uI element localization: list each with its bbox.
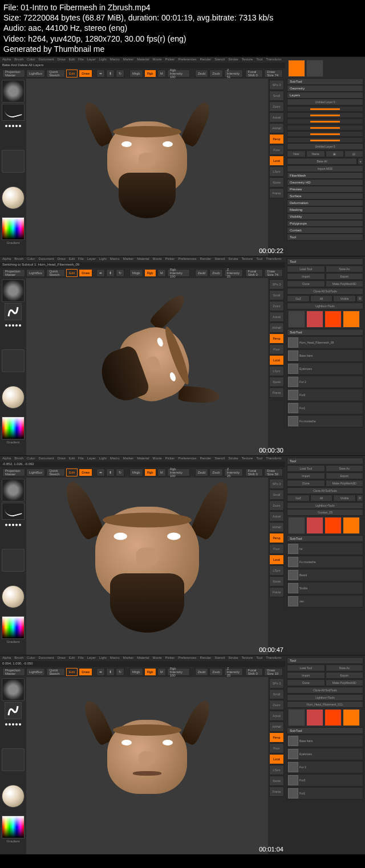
menu-item[interactable]: Color	[27, 58, 35, 62]
subtool-item[interactable]: Fur1	[287, 402, 363, 414]
tool-thumb[interactable]	[306, 60, 323, 77]
menu-item[interactable]: Preferences	[178, 656, 196, 661]
alpha-preview[interactable]	[2, 748, 25, 771]
stroke-dots-icon[interactable]	[2, 321, 25, 330]
viewport-tool-button[interactable]: Zoom	[269, 500, 284, 511]
menu-item[interactable]: Document	[38, 58, 54, 62]
menu-item[interactable]: Edit	[69, 656, 75, 661]
lightbox-button[interactable]: LightBox	[26, 70, 45, 78]
menu-item[interactable]: Picker	[165, 257, 175, 262]
m-button[interactable]: M	[157, 668, 166, 676]
menu-item[interactable]: Render	[200, 457, 212, 461]
viewport-tool-button[interactable]: Local	[269, 754, 284, 764]
brush-preview[interactable]	[2, 678, 25, 701]
z-intensity[interactable]: Z Intensity 25	[224, 269, 243, 277]
viewport-tool-button[interactable]: Frame	[269, 787, 284, 797]
zadd-button[interactable]: Zadd	[195, 70, 209, 78]
name-button[interactable]: Name	[306, 150, 325, 157]
menu-item[interactable]: Stencil	[214, 656, 225, 661]
bake-all-button[interactable]: Bake All	[287, 158, 357, 165]
menu-item[interactable]: Transform	[266, 656, 281, 661]
z-intensity[interactable]: Z Intensity 51	[224, 70, 243, 78]
menu-item[interactable]: Draw	[58, 58, 66, 62]
draw-size[interactable]: Draw Size 50	[264, 468, 283, 476]
menu-item[interactable]: Picker	[165, 656, 175, 661]
subtool-header[interactable]: SubTool	[287, 727, 363, 734]
quick-sketch-button[interactable]: Quick Sketch	[46, 70, 65, 78]
layer-item[interactable]	[287, 125, 363, 131]
r-button[interactable]: R	[356, 295, 363, 302]
clone-button[interactable]: Clone	[287, 679, 325, 686]
layer-item[interactable]	[287, 131, 363, 137]
material-preview[interactable]	[2, 186, 25, 209]
draw-size[interactable]: Draw Size 74	[264, 70, 283, 78]
menu-item[interactable]: Material	[137, 58, 149, 62]
load-tool-button[interactable]: Load Tool	[287, 465, 325, 472]
stroke-curve-icon[interactable]	[5, 303, 22, 320]
rgb-button[interactable]: Rgb	[144, 468, 156, 476]
viewport-tool-button[interactable]: Actual	[269, 312, 284, 322]
rgb-button[interactable]: Rgb	[144, 269, 156, 277]
menu-item[interactable]: Color	[27, 257, 35, 262]
scale-icon[interactable]: ⬍	[106, 70, 115, 78]
material-preview[interactable]	[2, 785, 25, 808]
panel-section-header[interactable]: Polygroups	[287, 220, 363, 227]
tool-thumb[interactable]	[325, 517, 342, 534]
zsub-button[interactable]: Zsub	[209, 269, 222, 277]
export-button[interactable]: Export	[326, 472, 364, 479]
layer-item[interactable]	[287, 137, 363, 143]
panel-section-header[interactable]: Surface	[287, 193, 363, 199]
color-picker[interactable]	[2, 417, 25, 439]
menu-item[interactable]: Marker	[123, 457, 133, 461]
zadd-button[interactable]: Zadd	[195, 269, 209, 277]
rgb-intensity[interactable]: Rgb Intensity 100	[167, 668, 190, 676]
menu-item[interactable]: Color	[27, 457, 35, 461]
mrgb-button[interactable]: Mrgb	[129, 269, 143, 277]
menu-item[interactable]: Document	[38, 656, 54, 661]
load-tool-button[interactable]: Load Tool	[287, 665, 325, 671]
stroke-dots-icon[interactable]	[2, 720, 25, 729]
move-icon[interactable]: ⬌	[96, 468, 105, 476]
brush-preview[interactable]	[2, 80, 25, 103]
viewport-tool-button[interactable]: Scroll	[269, 689, 284, 699]
m-button[interactable]: M	[157, 468, 166, 476]
material-preview[interactable]	[2, 386, 25, 409]
menu-item[interactable]: Brush	[14, 656, 23, 661]
tool-thumb[interactable]	[343, 311, 360, 328]
menu-item[interactable]: Material	[137, 457, 149, 461]
stroke-curve-icon[interactable]	[2, 503, 25, 520]
menu-item[interactable]: Macro	[110, 257, 120, 262]
viewport[interactable]	[26, 677, 268, 854]
viewport-tool-button[interactable]: AAHalf	[269, 722, 284, 732]
color-picker[interactable]	[2, 217, 25, 240]
menu-item[interactable]: Material	[137, 656, 149, 661]
viewport-tool-button[interactable]: Xpose	[269, 576, 284, 586]
menu-item[interactable]: Macro	[110, 656, 120, 661]
subtool-item[interactable]: Fur3	[287, 389, 363, 401]
icon-button[interactable]: ▤	[344, 150, 363, 157]
viewport-tool-button[interactable]: Zoom	[269, 700, 284, 710]
subtool-item[interactable]: Fur3	[287, 774, 363, 787]
tool-thumb[interactable]	[325, 311, 342, 328]
viewport-tool-button[interactable]: Floor	[269, 145, 284, 155]
visible-button[interactable]: Visible	[333, 295, 356, 302]
icon-button[interactable]: ▣	[326, 150, 344, 157]
import-button[interactable]: Import	[287, 472, 325, 479]
rotate-icon[interactable]: ↻	[116, 668, 124, 676]
focal-shift[interactable]: Focal Shift 0	[245, 668, 263, 676]
viewport-tool-button[interactable]: Floor	[269, 544, 284, 554]
menu-item[interactable]: Preferences	[178, 257, 196, 262]
menu-item[interactable]: Stroke	[228, 257, 238, 262]
arrow-icon[interactable]: ▸	[358, 158, 363, 165]
menu-item[interactable]: Brush	[14, 58, 23, 62]
scale-icon[interactable]: ⬍	[106, 668, 115, 676]
viewport-tool-button[interactable]: Actual	[269, 511, 284, 521]
subtool-item[interactable]: fur	[287, 543, 363, 555]
viewport-tool-button[interactable]: Scroll	[269, 91, 284, 101]
subtool-item[interactable]: Fur1	[287, 787, 363, 800]
viewport-tool-button[interactable]: Floor	[269, 344, 284, 354]
draw-button[interactable]: Draw	[79, 70, 92, 78]
subtool-item[interactable]: zen	[287, 595, 363, 608]
viewport-tool-button[interactable]: SPix 3	[269, 678, 284, 688]
viewport-tool-button[interactable]: Actual	[269, 112, 284, 123]
